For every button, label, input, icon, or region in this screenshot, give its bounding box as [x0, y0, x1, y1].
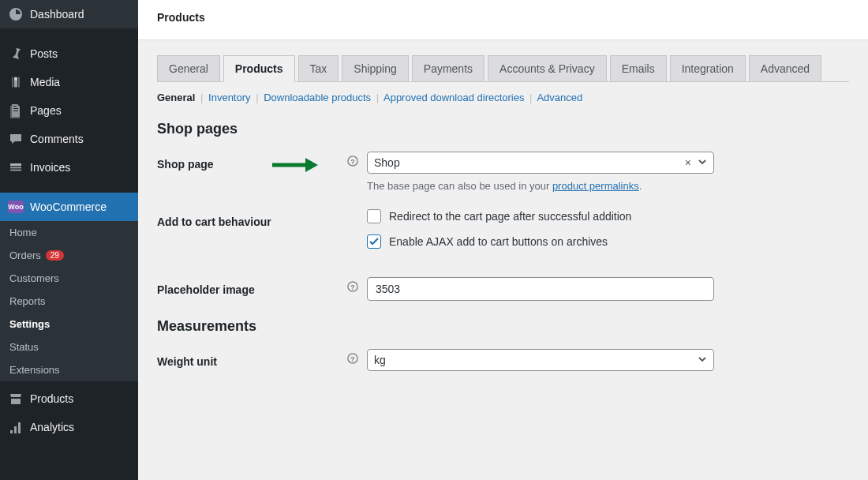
shop-page-select[interactable]: Shop × [367, 152, 714, 174]
admin-sidebar: Dashboard Posts Media Pages Comments Inv… [0, 0, 138, 480]
section-measurements: Measurements [157, 318, 849, 335]
weight-unit-select[interactable]: kg [367, 349, 714, 371]
sidebar-item-label: Dashboard [30, 8, 84, 21]
sidebar-item-products[interactable]: Products [0, 384, 138, 413]
sidebar-item-pages[interactable]: Pages [0, 96, 138, 125]
settings-tabs: General Products Tax Shipping Payments A… [157, 54, 849, 81]
main-content: Products General Products Tax Shipping P… [138, 0, 868, 480]
sidebar-item-media[interactable]: Media [0, 68, 138, 96]
dashboard-icon [8, 6, 24, 22]
row-weight-unit: Weight unit ? kg [157, 349, 849, 371]
clear-icon[interactable]: × [685, 156, 691, 169]
subtab-downloadable[interactable]: Downloadable products [264, 92, 371, 103]
sidebar-item-label: Invoices [30, 161, 70, 174]
sidebar-item-invoices[interactable]: Invoices [0, 153, 138, 182]
submenu-label: Status [9, 341, 39, 353]
woocommerce-icon: Woo [8, 199, 24, 215]
checkbox-redirect[interactable] [367, 209, 381, 223]
placeholder-image-input[interactable] [367, 277, 714, 301]
submenu-status[interactable]: Status [0, 336, 138, 358]
checkbox-redirect-row: Redirect to the cart page after successf… [367, 209, 849, 223]
invoices-icon [8, 159, 24, 175]
tab-products[interactable]: Products [223, 55, 295, 82]
tab-integration[interactable]: Integration [670, 55, 746, 82]
svg-text:?: ? [350, 283, 354, 291]
tab-payments[interactable]: Payments [412, 55, 485, 82]
svg-text:?: ? [350, 355, 354, 363]
field-add-to-cart: Redirect to the cart page after successf… [367, 209, 849, 260]
svg-text:?: ? [350, 158, 354, 166]
field-shop-page: Shop × The base page can also be used in… [367, 152, 849, 192]
sidebar-item-label: WooCommerce [30, 201, 107, 213]
label-weight-unit: Weight unit [157, 349, 346, 368]
settings-subtabs: General | Inventory | Downloadable produ… [157, 92, 849, 103]
permalinks-link[interactable]: product permalinks [552, 180, 639, 192]
tab-emails[interactable]: Emails [610, 55, 667, 82]
analytics-icon [8, 419, 24, 435]
label-shop-page: Shop page [157, 152, 346, 171]
chevron-down-icon [698, 354, 707, 366]
checkbox-redirect-label: Redirect to the cart page after successf… [389, 210, 631, 223]
submenu-label: Customers [9, 272, 59, 284]
submenu-label: Home [9, 227, 37, 238]
submenu-reports[interactable]: Reports [0, 290, 138, 313]
help-icon[interactable]: ? [346, 349, 359, 362]
subtab-inventory[interactable]: Inventory [208, 92, 250, 103]
submenu-label: Settings [9, 318, 50, 330]
row-placeholder-image: Placeholder image ? [157, 277, 849, 301]
comments-icon [8, 131, 24, 147]
select-value: Shop [374, 156, 400, 169]
tab-general[interactable]: General [157, 55, 220, 82]
svg-marker-2 [305, 158, 318, 172]
select-value: kg [374, 354, 386, 366]
field-placeholder-image [367, 277, 849, 301]
sidebar-item-woocommerce[interactable]: Woo WooCommerce [0, 193, 138, 221]
checkbox-ajax-row: Enable AJAX add to cart buttons on archi… [367, 234, 849, 249]
sidebar-item-analytics[interactable]: Analytics [0, 413, 138, 441]
checkbox-ajax[interactable] [367, 234, 381, 249]
help-icon[interactable]: ? [346, 277, 359, 290]
tab-shipping[interactable]: Shipping [342, 55, 409, 82]
section-shop-pages: Shop pages [157, 121, 849, 137]
tab-tax[interactable]: Tax [298, 55, 339, 82]
page-title: Products [157, 11, 849, 24]
label-placeholder-image: Placeholder image [157, 277, 346, 296]
subtab-general[interactable]: General [157, 92, 195, 103]
products-icon [8, 391, 24, 407]
help-icon[interactable]: ? [346, 152, 359, 164]
submenu-settings[interactable]: Settings [0, 313, 138, 336]
page-header: Products [138, 0, 868, 40]
sidebar-item-label: Analytics [30, 421, 74, 433]
sidebar-item-label: Products [30, 392, 73, 405]
field-weight-unit: kg [367, 349, 849, 371]
checkbox-ajax-label: Enable AJAX add to cart buttons on archi… [389, 235, 608, 248]
settings-panel: General Products Tax Shipping Payments A… [138, 40, 868, 480]
subtab-advanced[interactable]: Advanced [537, 92, 582, 103]
pages-icon [8, 103, 24, 118]
sidebar-item-label: Pages [30, 104, 62, 117]
sidebar-item-label: Posts [30, 47, 58, 60]
submenu-customers[interactable]: Customers [0, 267, 138, 290]
submenu-extensions[interactable]: Extensions [0, 358, 138, 381]
label-add-to-cart: Add to cart behaviour [157, 209, 346, 228]
tab-accounts-privacy[interactable]: Accounts & Privacy [488, 55, 607, 82]
tab-advanced[interactable]: Advanced [749, 55, 821, 82]
woocommerce-submenu: Home Orders 29 Customers Reports Setting… [0, 221, 138, 381]
chevron-down-icon [698, 156, 707, 169]
arrow-annotation-icon [271, 156, 318, 176]
media-icon [8, 74, 24, 90]
submenu-label: Reports [9, 295, 46, 307]
sidebar-item-label: Media [30, 76, 60, 88]
subtab-approved-dirs[interactable]: Approved download directories [383, 92, 525, 103]
row-shop-page: Shop page ? Shop × The base page can als… [157, 152, 849, 192]
shop-page-hint: The base page can also be used in your p… [367, 180, 849, 192]
sidebar-item-comments[interactable]: Comments [0, 125, 138, 153]
orders-badge: 29 [46, 250, 64, 261]
row-add-to-cart: Add to cart behaviour Redirect to the ca… [157, 209, 849, 260]
sidebar-item-posts[interactable]: Posts [0, 39, 138, 68]
pin-icon [8, 46, 24, 62]
sidebar-item-dashboard[interactable]: Dashboard [0, 0, 138, 28]
submenu-orders[interactable]: Orders 29 [0, 244, 138, 267]
submenu-home[interactable]: Home [0, 221, 138, 244]
sidebar-item-label: Comments [30, 133, 84, 145]
